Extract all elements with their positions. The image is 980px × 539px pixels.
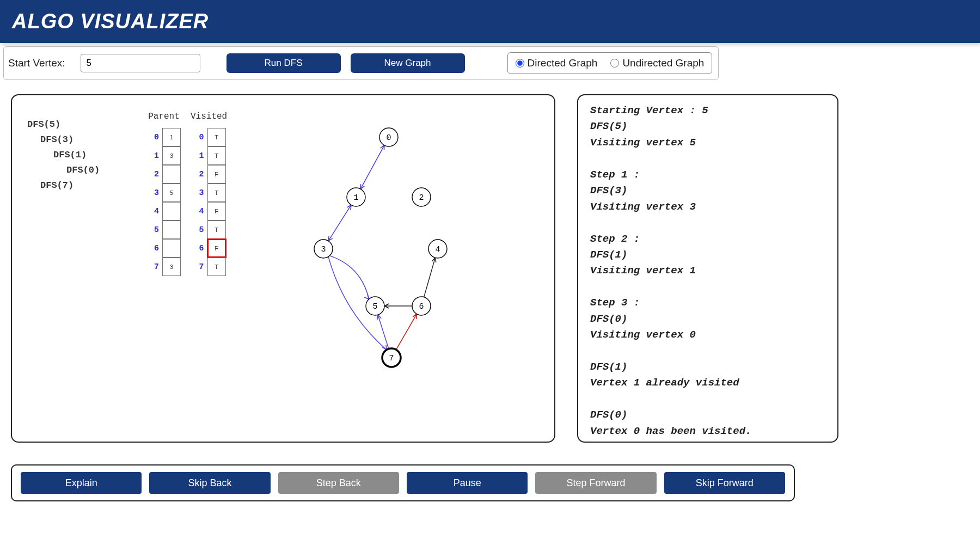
log-panel: Starting Vertex : 5 DFS(5) Visiting vert… xyxy=(577,94,838,443)
graph-node[interactable]: 2 xyxy=(412,188,431,206)
visited-idx: 1 xyxy=(192,151,204,161)
graph-node-label: 6 xyxy=(419,302,424,311)
parent-cell: 5 xyxy=(162,183,181,202)
explain-button[interactable]: Explain xyxy=(21,472,142,494)
step-forward-button[interactable]: Step Forward xyxy=(535,472,656,494)
graph-edge xyxy=(360,145,384,189)
parent-cell: 1 xyxy=(162,128,181,146)
parent-cell xyxy=(162,165,181,183)
graph-type-group: Directed Graph Undirected Graph xyxy=(507,52,713,74)
parent-row: 6 xyxy=(147,239,181,258)
undirected-radio-label[interactable]: Undirected Graph xyxy=(610,57,704,69)
graph-edge xyxy=(396,314,417,350)
directed-radio-label[interactable]: Directed Graph xyxy=(516,57,598,69)
step-back-button[interactable]: Step Back xyxy=(278,472,399,494)
graph-node[interactable]: 0 xyxy=(379,128,398,146)
undirected-label-text: Undirected Graph xyxy=(622,57,704,69)
start-vertex-label: Start Vertex: xyxy=(8,57,65,69)
graph-node[interactable]: 5 xyxy=(366,297,384,315)
graph-edge xyxy=(328,205,351,241)
parent-idx: 1 xyxy=(147,151,159,161)
graph-node-label: 7 xyxy=(389,354,394,363)
parent-cell xyxy=(162,202,181,220)
parent-row: 73 xyxy=(147,258,181,276)
visited-cell: T xyxy=(207,128,226,146)
visited-table-title: Visited xyxy=(191,112,227,121)
graph-node[interactable]: 4 xyxy=(428,240,447,258)
parent-row: 01 xyxy=(147,128,181,146)
visited-idx: 0 xyxy=(192,133,204,142)
visited-row: 5T xyxy=(192,220,226,239)
visited-cell: T xyxy=(207,183,226,202)
visited-row: 6F xyxy=(192,239,226,258)
parent-cell xyxy=(162,239,181,258)
undirected-radio[interactable] xyxy=(610,59,619,68)
visited-idx: 3 xyxy=(192,188,204,198)
parent-idx: 3 xyxy=(147,188,159,198)
graph-node-label: 3 xyxy=(321,245,326,254)
parent-idx: 5 xyxy=(147,225,159,235)
parent-idx: 6 xyxy=(147,244,159,253)
graph-node-label: 2 xyxy=(419,193,424,203)
callstack-line: DFS(5) xyxy=(27,117,147,132)
callstack-line: DFS(0) xyxy=(66,163,147,178)
visited-idx: 6 xyxy=(192,244,204,253)
visited-idx: 7 xyxy=(192,262,204,272)
graph-node[interactable]: 1 xyxy=(347,188,365,206)
visited-cell: T xyxy=(207,258,226,276)
controls-bar: Start Vertex: Run DFS New Graph Directed… xyxy=(3,46,719,80)
callstack-line: DFS(7) xyxy=(40,178,147,193)
graph-node-label: 1 xyxy=(354,193,359,203)
parent-row: 13 xyxy=(147,146,181,165)
visited-idx: 2 xyxy=(192,170,204,179)
playback-controls: Explain Skip Back Step Back Pause Step F… xyxy=(11,464,795,501)
parent-row: 4 xyxy=(147,202,181,220)
visited-table: Visited 0T1T2F3T4F5T6F7T xyxy=(191,112,227,431)
skip-forward-button[interactable]: Skip Forward xyxy=(664,472,785,494)
graph-node[interactable]: 3 xyxy=(314,240,333,258)
callstack-line: DFS(1) xyxy=(53,148,147,163)
graph-node-label: 0 xyxy=(387,133,391,143)
parent-cell: 3 xyxy=(162,258,181,276)
run-dfs-button[interactable]: Run DFS xyxy=(226,53,341,73)
graph-node[interactable]: 6 xyxy=(412,297,431,315)
parent-row: 5 xyxy=(147,220,181,239)
parent-cell xyxy=(162,220,181,239)
call-stack: DFS(5)DFS(3)DFS(1)DFS(0)DFS(7) xyxy=(27,117,147,431)
main-area: DFS(5)DFS(3)DFS(1)DFS(0)DFS(7) Parent 01… xyxy=(11,94,969,443)
pause-button[interactable]: Pause xyxy=(407,472,528,494)
new-graph-button[interactable]: New Graph xyxy=(351,53,465,73)
visited-cell: F xyxy=(207,165,226,183)
visited-row: 7T xyxy=(192,258,226,276)
visited-row: 1T xyxy=(192,146,226,165)
visited-idx: 5 xyxy=(192,225,204,235)
parent-table: Parent 011323545673 xyxy=(147,112,181,431)
callstack-line: DFS(3) xyxy=(40,132,147,148)
parent-idx: 2 xyxy=(147,170,159,179)
graph-node-label: 4 xyxy=(436,245,440,254)
parent-idx: 7 xyxy=(147,262,159,272)
visited-row: 4F xyxy=(192,202,226,220)
visited-idx: 4 xyxy=(192,207,204,216)
graph-svg: 01234567 xyxy=(243,117,516,400)
parent-row: 35 xyxy=(147,183,181,202)
parent-row: 2 xyxy=(147,165,181,183)
start-vertex-input[interactable] xyxy=(81,54,200,72)
app-title: ALGO VISUALIZER xyxy=(12,10,209,33)
state-tables: Parent 011323545673 Visited 0T1T2F3T4F5T… xyxy=(147,112,227,431)
app-header: ALGO VISUALIZER xyxy=(0,0,980,43)
directed-radio[interactable] xyxy=(516,59,524,68)
visited-row: 3T xyxy=(192,183,226,202)
visited-row: 2F xyxy=(192,165,226,183)
visualization-panel: DFS(5)DFS(3)DFS(1)DFS(0)DFS(7) Parent 01… xyxy=(11,94,555,443)
skip-back-button[interactable]: Skip Back xyxy=(149,472,270,494)
graph-node[interactable]: 7 xyxy=(382,348,401,367)
visited-cell: T xyxy=(207,146,226,165)
directed-label-text: Directed Graph xyxy=(528,57,598,69)
parent-idx: 0 xyxy=(147,133,159,142)
graph-node-label: 5 xyxy=(373,302,378,311)
visited-cell: F xyxy=(207,239,226,258)
visited-cell: T xyxy=(207,220,226,239)
graph-canvas: 01234567 xyxy=(243,117,516,400)
parent-idx: 4 xyxy=(147,207,159,216)
